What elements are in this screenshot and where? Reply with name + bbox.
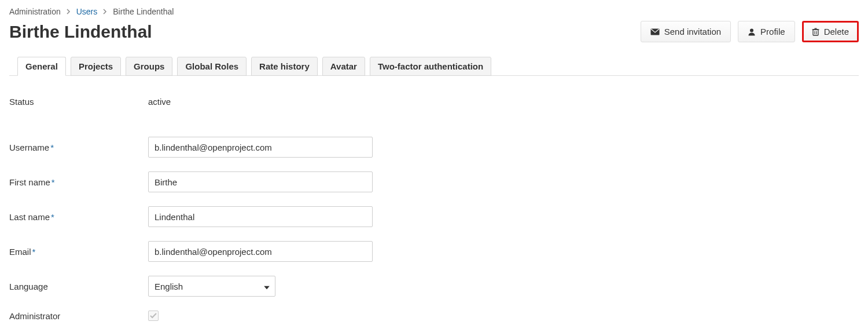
- check-icon: [150, 313, 157, 319]
- chevron-right-icon: [67, 9, 71, 14]
- delete-button[interactable]: Delete: [802, 21, 859, 42]
- tab-two-factor[interactable]: Two-factor authentication: [370, 57, 491, 76]
- username-input[interactable]: [148, 137, 373, 158]
- user-icon: [748, 28, 756, 36]
- tab-groups[interactable]: Groups: [126, 57, 172, 76]
- email-label-text: Email: [9, 247, 31, 257]
- language-select[interactable]: English: [148, 276, 275, 297]
- svg-point-1: [750, 28, 753, 32]
- required-marker: *: [52, 177, 55, 187]
- required-marker: *: [50, 143, 54, 152]
- delete-label: Delete: [824, 27, 849, 36]
- language-select-wrap: English: [148, 276, 275, 297]
- tab-projects[interactable]: Projects: [71, 57, 121, 76]
- breadcrumb-current: Birthe Lindenthal: [113, 7, 174, 16]
- firstname-input[interactable]: [148, 171, 373, 192]
- lastname-label: Last name*: [9, 212, 148, 222]
- tabs: General Projects Groups Global Roles Rat…: [9, 56, 859, 76]
- required-marker: *: [32, 247, 36, 257]
- tab-general[interactable]: General: [17, 57, 66, 76]
- send-invitation-label: Send invitation: [664, 27, 721, 36]
- administrator-label: Administrator: [9, 311, 148, 321]
- profile-button[interactable]: Profile: [738, 21, 795, 42]
- svg-rect-2: [813, 30, 818, 35]
- breadcrumb-administration[interactable]: Administration: [9, 7, 61, 16]
- username-label: Username*: [9, 143, 148, 152]
- envelope-icon: [650, 28, 660, 35]
- breadcrumb: Administration Users Birthe Lindenthal: [9, 7, 859, 16]
- status-value: active: [148, 97, 171, 107]
- administrator-checkbox[interactable]: [148, 311, 159, 321]
- tab-global-roles[interactable]: Global Roles: [177, 57, 247, 76]
- email-input[interactable]: [148, 241, 373, 262]
- lastname-input[interactable]: [148, 206, 373, 227]
- trash-icon: [812, 28, 819, 36]
- required-marker: *: [51, 212, 54, 222]
- page-title: Birthe Lindenthal: [9, 22, 152, 42]
- profile-label: Profile: [760, 27, 785, 36]
- page-header: Birthe Lindenthal Send invitation: [9, 21, 859, 42]
- header-actions: Send invitation Profile: [641, 21, 859, 42]
- status-label: Status: [9, 97, 148, 107]
- tab-avatar[interactable]: Avatar: [322, 57, 365, 76]
- tab-rate-history[interactable]: Rate history: [251, 57, 318, 76]
- breadcrumb-users[interactable]: Users: [76, 7, 98, 16]
- chevron-right-icon: [103, 9, 107, 14]
- send-invitation-button[interactable]: Send invitation: [641, 21, 731, 42]
- language-label: Language: [9, 282, 148, 291]
- email-label: Email*: [9, 247, 148, 257]
- user-form: Status active Username* First name* Last…: [9, 97, 859, 321]
- lastname-label-text: Last name: [9, 212, 50, 222]
- firstname-label: First name*: [9, 177, 148, 187]
- firstname-label-text: First name: [9, 177, 50, 187]
- username-label-text: Username: [9, 143, 49, 152]
